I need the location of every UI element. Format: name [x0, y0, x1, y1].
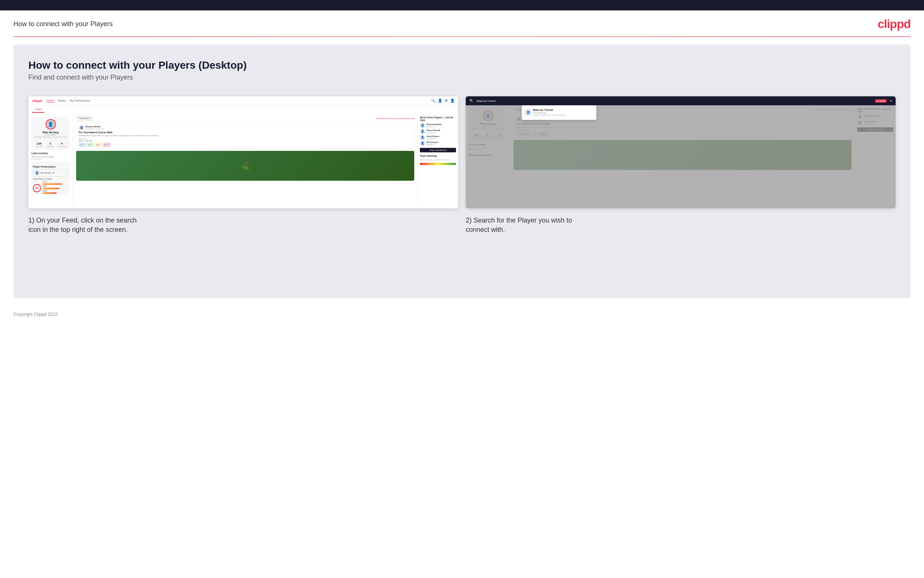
heatmap-title: Team Heatmap	[420, 154, 456, 157]
latest-activity-date: 27 Jul 2022	[31, 158, 70, 160]
header-divider	[13, 36, 911, 37]
quality-label: Total Player Quality	[33, 178, 68, 180]
activity-user-row: 👤 Richard Butler Yesterday - The Grove	[79, 125, 412, 130]
mini-left-panel: 👤 Blair McHarg Golf Coach Mill Ride Golf…	[28, 114, 73, 207]
player-1-avatar: 👤	[420, 123, 425, 128]
search-result-row: 👤 Marcus Turner 1-5 Handicap Cypress Poi…	[525, 108, 593, 116]
mini-nav-links-1: Home Teams My Performance	[47, 99, 90, 103]
search-icon-2: 🔍	[469, 99, 474, 103]
player-2-avatar: 👤	[420, 129, 425, 134]
activity-user-avatar: 👤	[79, 125, 84, 130]
player-2-activities: Activities: 4	[427, 132, 440, 134]
mini-nav-home[interactable]: Home	[47, 99, 54, 103]
player-4-avatar: 👤	[420, 141, 425, 146]
screenshots-row: clippd Home Teams My Performance 🔍 👤 ⚙ 👤	[28, 96, 896, 234]
player-row-1: 👤 Richard Butler Activities: 7	[420, 123, 456, 128]
mini-body-1: 👤 Blair McHarg Golf Coach Mill Ride Golf…	[28, 114, 458, 207]
screenshot-caption-1: 1) On your Feed, click on the search ico…	[28, 216, 458, 234]
screenshot-block-2: clippd Home Teams My Performance 👤 Bl	[466, 96, 896, 234]
search-bar: 🔍 Marcus Turner CLEAR ×	[466, 96, 896, 105]
app-bar-label: APP	[42, 185, 68, 187]
profile-stats: 129 Activities 3 Followers 4	[34, 140, 68, 148]
screenshot-caption-2: 2) Search for the Player you wish to con…	[466, 216, 896, 234]
following-value: 4	[58, 142, 66, 145]
activities-label: Activities	[36, 145, 43, 148]
activity-title: Pre Tournament Course Walk	[79, 131, 412, 134]
activity-duration: 02 hr : 00 min	[79, 140, 412, 142]
activity-desc: Walking the course with my coach to buil…	[79, 135, 412, 136]
search-clear-button[interactable]: CLEAR	[875, 99, 887, 103]
mini-nav-my-performance[interactable]: My Performance	[70, 99, 90, 103]
heatmap-subtitle: Player Quality - 20 Round Trend	[420, 159, 456, 161]
tag-app: APP	[87, 143, 93, 147]
mini-nav-1: clippd Home Teams My Performance 🔍 👤 ⚙ 👤	[28, 96, 458, 105]
header-title: How to connect with your Players	[13, 20, 113, 28]
golf-image-icon: ⛳	[241, 161, 250, 170]
following-button[interactable]: Following ▾	[76, 116, 93, 120]
mini-center-panel: Following ▾ Control who can see your act…	[73, 114, 417, 207]
heatmap-bar	[420, 163, 456, 165]
search-icon[interactable]: 🔍	[431, 99, 435, 103]
search-result-dropdown[interactable]: 👤 Marcus Turner 1-5 Handicap Cypress Poi…	[522, 105, 596, 120]
following-bar: Following ▾ Control who can see your act…	[76, 116, 414, 120]
main-content: How to connect with your Players (Deskto…	[13, 44, 911, 298]
footer: Copyright Clippd 2022	[0, 306, 924, 323]
stat-following: 4 Following	[58, 142, 66, 148]
mini-feed-tab[interactable]: Feed	[32, 106, 44, 113]
activity-tags: OTT APP ARG PUTT	[79, 143, 412, 147]
player-select[interactable]: 👤 Eli Vincent ▼	[33, 169, 68, 177]
avatar-nav-icon[interactable]: 👤	[450, 99, 455, 103]
tag-putt: PUTT	[103, 143, 110, 147]
top-bar	[0, 0, 924, 10]
right-panel-title: Most Active Players - Last 30 days	[420, 116, 456, 121]
app-bar	[42, 188, 59, 189]
result-name: Marcus Turner	[533, 108, 566, 112]
ott-bar	[42, 183, 62, 185]
mini-right-panel: Most Active Players - Last 30 days 👤 Ric…	[417, 114, 458, 207]
player-4-activities: Activities: 1	[427, 143, 438, 146]
tag-ott: OTT	[79, 143, 86, 147]
copyright-text: Copyright Clippd 2022	[13, 312, 58, 317]
latest-activity-label: Latest Activity	[31, 152, 70, 154]
quality-circle: 84	[33, 184, 41, 192]
player-row-2: 👤 Piers Parnell Activities: 4	[420, 129, 456, 134]
mini-app-1: clippd Home Teams My Performance 🔍 👤 ⚙ 👤	[28, 96, 458, 208]
team-dashboard-button[interactable]: Team Dashboard	[420, 148, 456, 153]
screenshot-block-1: clippd Home Teams My Performance 🔍 👤 ⚙ 👤	[28, 96, 458, 234]
section-subtitle: Find and connect with your Players	[28, 73, 896, 81]
player-select-name: Eli Vincent	[40, 172, 51, 174]
section-title: How to connect with your Players (Deskto…	[28, 59, 896, 71]
screenshot-wrapper-1: clippd Home Teams My Performance 🔍 👤 ⚙ 👤	[28, 96, 458, 208]
user-icon[interactable]: 👤	[438, 99, 442, 103]
activity-card: 👤 Richard Butler Yesterday - The Grove P…	[76, 123, 414, 149]
profile-club: Mill Ride Golf Club, United Kingdom	[34, 136, 68, 138]
mini-logo-1: clippd	[32, 99, 42, 103]
player-3-avatar: 👤	[420, 135, 425, 140]
player-1-activities: Activities: 7	[427, 125, 442, 128]
control-link[interactable]: Control who can see your activity and da…	[375, 117, 414, 120]
result-club: Cypress Point Club, United Kingdom	[533, 114, 566, 116]
search-close-button[interactable]: ×	[890, 99, 892, 103]
mini-app-2: clippd Home Teams My Performance 👤 Bl	[466, 96, 896, 208]
arg-bar	[42, 192, 57, 194]
arg-bar-label: ARG	[42, 190, 68, 192]
followers-value: 3	[46, 142, 54, 145]
mini-profile-card: 👤 Blair McHarg Golf Coach Mill Ride Golf…	[31, 117, 70, 150]
activity-location: Yesterday - The Grove	[86, 128, 104, 130]
player-3-activities: Activities: 3	[427, 137, 439, 140]
profile-name: Blair McHarg	[34, 131, 68, 134]
mini-nav-teams[interactable]: Teams	[58, 99, 66, 103]
search-result-avatar: 👤	[525, 109, 531, 116]
mini-nav-icons: 🔍 👤 ⚙ 👤	[431, 99, 455, 103]
header: How to connect with your Players clippd	[0, 10, 924, 36]
settings-icon[interactable]: ⚙	[445, 99, 448, 103]
followers-label: Followers	[46, 145, 54, 148]
avatar: 👤	[45, 119, 56, 130]
search-result-info: Marcus Turner 1-5 Handicap Cypress Point…	[533, 108, 566, 116]
tag-arg: ARG	[94, 143, 102, 147]
search-input[interactable]: Marcus Turner	[477, 99, 872, 103]
mini-player-performance: Player Performance 👤 Eli Vincent ▼ Total…	[31, 162, 70, 195]
activities-value: 129	[36, 142, 43, 145]
logo: clippd	[878, 17, 911, 31]
screenshot-wrapper-2: clippd Home Teams My Performance 👤 Bl	[466, 96, 896, 208]
